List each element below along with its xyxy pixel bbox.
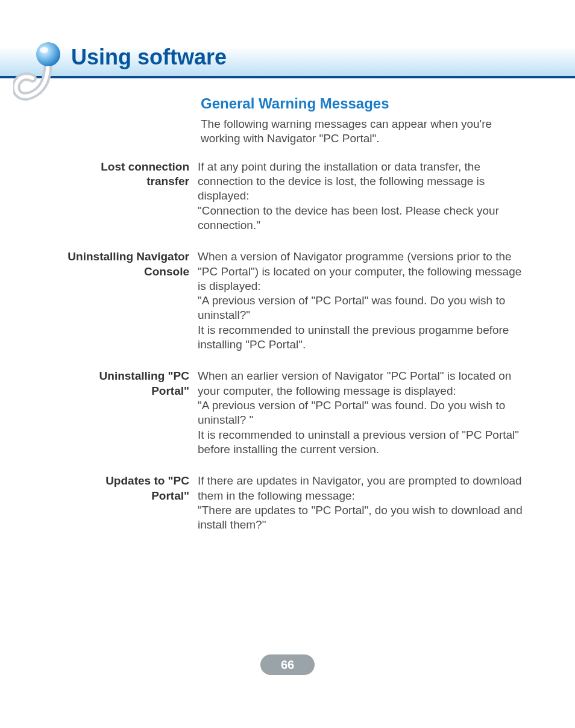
block-uninstall-pc-portal: Uninstalling "PC Portal" When an earlier… <box>65 369 535 457</box>
block-updates: Updates to "PC Portal" If there are upda… <box>65 474 535 532</box>
block-body: If there are updates in Navigator, you a… <box>198 474 523 532</box>
svg-point-1 <box>40 47 48 53</box>
svg-point-0 <box>36 42 60 66</box>
header-bar: Using software <box>0 0 575 78</box>
page-number: 66 <box>260 654 315 675</box>
section-heading: General Warning Messages <box>201 95 535 112</box>
block-body: When an earlier version of Navigator "PC… <box>198 369 523 457</box>
block-label: Lost connection transfer <box>65 160 198 233</box>
content-area: General Warning Messages The following w… <box>65 95 535 550</box>
block-lost-connection: Lost connection transfer If at any point… <box>65 160 535 233</box>
block-body: If at any point during the installation … <box>198 160 523 233</box>
section-intro: The following warning messages can appea… <box>201 117 526 146</box>
page-number-text: 66 <box>281 658 294 672</box>
block-label: Uninstalling Navigator Console <box>65 249 198 352</box>
hook-icon <box>13 41 65 107</box>
block-body: When a version of Navigator programme (v… <box>198 249 523 352</box>
page-title: Using software <box>71 45 227 70</box>
block-label: Updates to "PC Portal" <box>65 474 198 532</box>
block-label: Uninstalling "PC Portal" <box>65 369 198 457</box>
block-uninstall-console: Uninstalling Navigator Console When a ve… <box>65 249 535 352</box>
